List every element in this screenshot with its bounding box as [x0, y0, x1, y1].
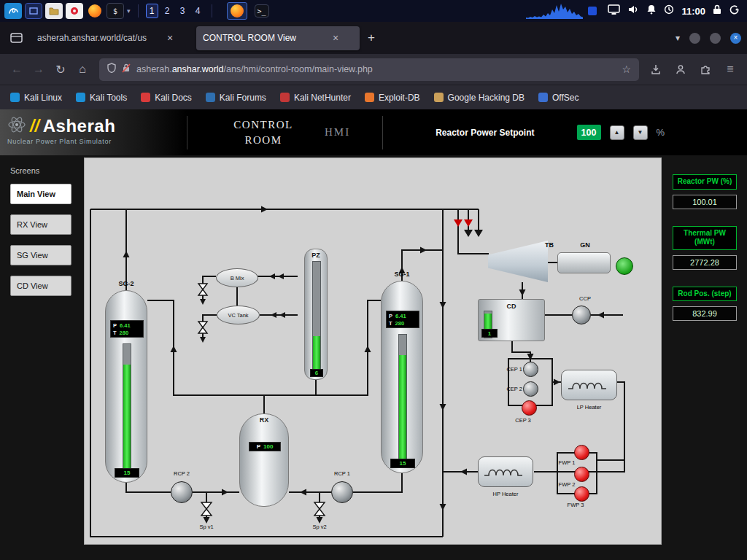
- back-button[interactable]: ←: [6, 58, 28, 80]
- tab-close-icon[interactable]: ×: [333, 33, 338, 43]
- bookmark-kali-docs[interactable]: Kali Docs: [141, 93, 192, 103]
- bookmark-favicon: [206, 93, 215, 102]
- hmi-content: Screens Main View RX View SG View CD Vie…: [0, 155, 747, 560]
- setpoint-value: 100: [577, 125, 601, 140]
- desktop: $ ▾ 1 2 3 4 >_: [0, 0, 747, 560]
- hmi-label: HMI: [325, 126, 350, 139]
- fwp1-label: FWP 1: [557, 460, 576, 466]
- readout-label: Reactor PW (%): [673, 174, 737, 190]
- reactor-coolant-pump-1: [331, 481, 353, 503]
- bookmark-exploit-db[interactable]: Exploit-DB: [365, 93, 420, 103]
- minimize-button[interactable]: [689, 33, 700, 44]
- workspace-4[interactable]: 4: [192, 4, 204, 18]
- navigation-toolbar: ← → ↻ ⌂ asherah.anshar.world/ans/hmi/con…: [0, 54, 747, 85]
- generator-exciter-icon: [616, 257, 633, 275]
- screen-button-rx-view[interactable]: RX View: [10, 214, 71, 235]
- tab-title: asherah.anshar.world/cat/us: [37, 33, 163, 43]
- terminal-window-button[interactable]: >_: [252, 2, 272, 20]
- readout-reactor-power: Reactor PW (%) 100.01: [673, 174, 737, 209]
- tab-control-room-view[interactable]: CONTROL ROOM View ×: [196, 26, 360, 50]
- setpoint-decrease-button[interactable]: ▼: [633, 125, 648, 140]
- workspace-3[interactable]: 3: [177, 4, 189, 18]
- new-tab-button[interactable]: +: [362, 28, 381, 47]
- reactor-vessel: RX P100: [239, 413, 289, 507]
- sg1-pt-readout: P6.41 T280: [386, 311, 419, 328]
- lock-screen-icon[interactable]: [713, 4, 721, 18]
- pz-level-gauge: [312, 261, 321, 370]
- spray-valve-1-label: Sp v1: [190, 524, 222, 530]
- tracking-shield-icon[interactable]: [107, 63, 116, 76]
- notifications-bell-icon[interactable]: [646, 4, 657, 18]
- cpu-activity-graph[interactable]: [526, 3, 597, 19]
- screen-button-sg-view[interactable]: SG View: [10, 245, 71, 265]
- pz-level-value: 6: [310, 369, 323, 377]
- workspace-2[interactable]: 2: [161, 4, 174, 18]
- sg2-label: SG-2: [104, 281, 149, 288]
- system-tray: 11:00: [608, 4, 743, 18]
- display-icon[interactable]: [608, 4, 620, 18]
- bookmarks-bar: Kali Linux Kali Tools Kali Docs Kali For…: [0, 85, 747, 109]
- condensate-pump-1: [523, 362, 538, 377]
- bookmark-google-hacking-db[interactable]: Google Hacking DB: [434, 93, 525, 103]
- bookmark-kali-nethunter[interactable]: Kali NetHunter: [280, 93, 351, 103]
- recorder-icon[interactable]: [66, 3, 83, 19]
- bookmark-favicon: [76, 93, 85, 102]
- home-button[interactable]: ⌂: [71, 58, 93, 80]
- forward-button[interactable]: →: [28, 58, 50, 80]
- feedwater-pump-2: [574, 467, 589, 482]
- account-icon[interactable]: [670, 58, 692, 80]
- reactor-coolant-pump-2: [171, 481, 193, 503]
- volume-control-tank: VC Tank: [217, 306, 260, 324]
- cep2-label: CEP 2: [505, 386, 522, 392]
- insecure-lock-icon[interactable]: [122, 63, 131, 76]
- fwp3-label: FWP 3: [565, 502, 587, 508]
- menu-hamburger-icon[interactable]: ≡: [719, 58, 741, 80]
- kali-menu-icon[interactable]: [4, 3, 22, 19]
- tab-asherah-cat[interactable]: asherah.anshar.world/cat/us ×: [31, 26, 194, 50]
- steam-generator-2: P6.41 T280 15: [105, 290, 147, 483]
- terminal-icon[interactable]: $: [107, 3, 124, 19]
- bookmark-star-icon[interactable]: ☆: [622, 63, 631, 75]
- logo-slashes: //: [30, 117, 39, 136]
- window-manager-icon[interactable]: [25, 3, 42, 19]
- terminal-dropdown-icon[interactable]: ▾: [127, 7, 131, 15]
- maximize-button[interactable]: [710, 33, 721, 44]
- workspace-1[interactable]: 1: [146, 4, 158, 18]
- setpoint-increase-button[interactable]: ▲: [610, 125, 624, 140]
- hmi-header: // Asherah Nuclear Power Plant Simulator…: [0, 109, 747, 155]
- bookmark-offsec[interactable]: OffSec: [538, 93, 578, 103]
- save-page-icon[interactable]: [645, 58, 667, 80]
- bookmark-kali-linux[interactable]: Kali Linux: [10, 93, 62, 103]
- fwp2-label: FWP 2: [557, 482, 576, 488]
- file-manager-icon[interactable]: [45, 3, 63, 19]
- readout-label: Rod Pos. (step): [673, 287, 737, 302]
- url-bar[interactable]: asherah.anshar.world/ans/hmi/control-roo…: [99, 58, 639, 81]
- firefox-launcher-icon[interactable]: [86, 3, 104, 19]
- close-window-button[interactable]: ×: [730, 33, 741, 44]
- tab-close-icon[interactable]: ×: [167, 33, 173, 43]
- volume-icon[interactable]: [627, 4, 639, 18]
- sg2-pt-readout: P6.41 T280: [110, 320, 144, 338]
- cep1-label: CEP 1: [505, 367, 522, 373]
- extensions-icon[interactable]: [694, 58, 716, 80]
- screen-button-cd-view[interactable]: CD View: [10, 276, 71, 296]
- hp-heater: [478, 456, 533, 487]
- boron-mix-tank: B Mix: [216, 268, 258, 287]
- bookmark-kali-tools[interactable]: Kali Tools: [76, 93, 127, 103]
- firefox-view-icon[interactable]: [6, 28, 26, 48]
- condenser-circulating-pump: [572, 306, 591, 324]
- updates-icon[interactable]: [664, 4, 674, 18]
- condenser: CD 1: [478, 299, 545, 341]
- bookmark-kali-forums[interactable]: Kali Forums: [206, 93, 266, 103]
- rcp2-label: RCP 2: [160, 471, 204, 477]
- hmi-page: // Asherah Nuclear Power Plant Simulator…: [0, 109, 747, 560]
- reload-button[interactable]: ↻: [50, 58, 71, 80]
- page-title: CONTROL ROOM: [228, 117, 298, 147]
- logout-power-icon[interactable]: [729, 4, 740, 18]
- screen-button-main-view[interactable]: Main View: [10, 184, 71, 204]
- generator-label: GN: [570, 242, 600, 249]
- list-all-tabs-icon[interactable]: ▾: [676, 33, 680, 43]
- toolbar-right: ≡: [645, 58, 741, 80]
- readout-rod-position: Rod Pos. (step) 832.99: [673, 287, 737, 322]
- firefox-window-button[interactable]: [227, 2, 247, 20]
